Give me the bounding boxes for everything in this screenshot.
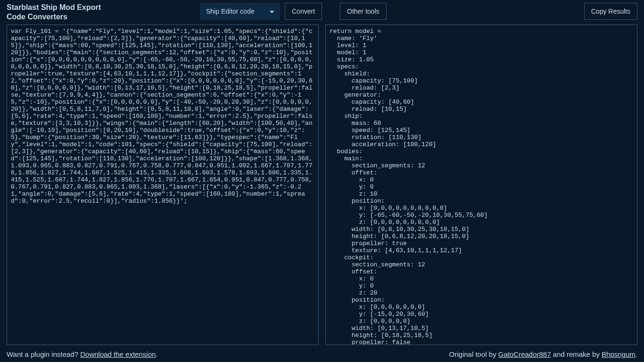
title-line-2: Code Converters [7, 12, 195, 22]
right-controls: Copy Results [584, 3, 637, 20]
download-extension-link[interactable]: Download the extension [80, 350, 156, 358]
convert-button[interactable]: Convert [285, 3, 322, 20]
copy-results-button[interactable]: Copy Results [584, 3, 637, 20]
page-title: Starblast Ship Mod Export Code Converter… [7, 3, 195, 22]
header-bar: Starblast Ship Mod Export Code Converter… [0, 0, 644, 25]
other-tools-button[interactable]: Other tools [340, 3, 386, 20]
author1-link[interactable]: GatoCreador887 [498, 350, 551, 358]
footer-bar: Want a plugin instead? Download the exte… [0, 345, 644, 360]
output-textarea[interactable]: return model = name: 'Fly' level: 1 mode… [326, 25, 637, 345]
title-line-1: Starblast Ship Mod Export [7, 3, 195, 12]
codetype-select[interactable]: Ship Editor code [200, 3, 280, 20]
output-pane: return model = name: 'Fly' level: 1 mode… [325, 25, 637, 345]
plugin-prompt: Want a plugin instead? Download the exte… [7, 350, 158, 358]
left-controls: Ship Editor code Convert Other tools [200, 3, 387, 20]
editor-panes: var Fly_101 = '{"name":"Fly","level":1,"… [0, 25, 644, 345]
input-pane: var Fly_101 = '{"name":"Fly","level":1,"… [7, 25, 319, 345]
input-textarea[interactable]: var Fly_101 = '{"name":"Fly","level":1,"… [7, 25, 318, 345]
author2-link[interactable]: Bhpsngum [602, 350, 636, 358]
credits: Original tool by GatoCreador887 and rema… [449, 350, 637, 358]
